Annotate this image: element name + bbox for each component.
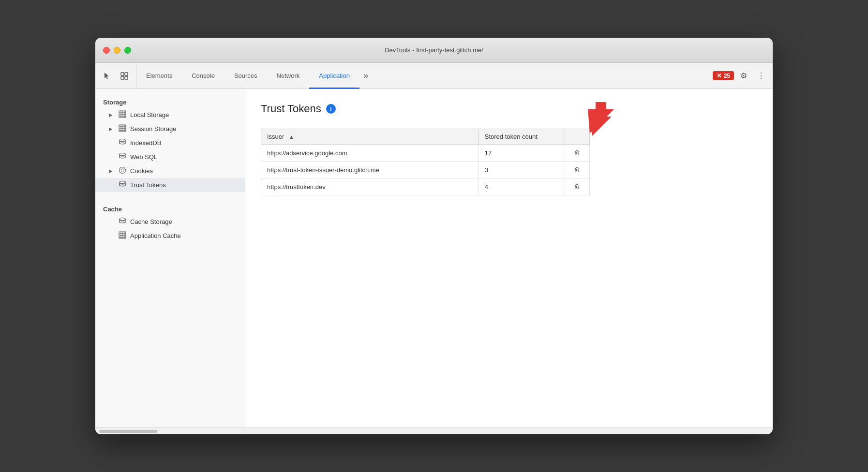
devtools-body: Storage ▶ Local Storage (95, 89, 773, 428)
spacer (95, 192, 245, 202)
count-cell-2: 3 (479, 162, 565, 178)
svg-point-30 (120, 181, 125, 184)
table-row: https://trust-token-issuer-demo.glitch.m… (261, 162, 590, 178)
svg-point-21 (120, 153, 125, 156)
sidebar-scrollbar-area (95, 428, 245, 434)
tab-icon-group (95, 63, 136, 88)
more-button[interactable]: ⋮ (753, 68, 769, 84)
svg-point-25 (121, 169, 122, 170)
cache-storage-icon (119, 217, 126, 226)
svg-point-28 (123, 171, 124, 172)
info-icon-button[interactable]: i (326, 104, 336, 114)
main-bottom-area (245, 428, 773, 434)
col-header-issuer[interactable]: Issuer ▲ (261, 129, 479, 145)
maximize-button[interactable] (124, 47, 131, 54)
delete-button-2[interactable] (571, 165, 584, 174)
delete-button-3[interactable] (571, 182, 584, 191)
sidebar-scrollbar-thumb[interactable] (99, 430, 157, 433)
panel-title-row: Trust Tokens i (261, 103, 757, 115)
cache-section-title: Cache (95, 202, 245, 215)
svg-point-24 (120, 167, 126, 174)
ellipsis-icon: ⋮ (757, 71, 765, 80)
session-storage-label: Session Storage (130, 125, 237, 133)
error-x-icon: ✕ (717, 72, 722, 79)
table-row: https://trusttoken.dev 4 (261, 178, 590, 195)
cookies-label: Cookies (130, 167, 237, 175)
expand-arrow-icon: ▶ (109, 112, 115, 118)
devtools-window: DevTools - first-party-test.glitch.me/ E… (95, 38, 773, 434)
tab-overflow-button[interactable]: » (359, 63, 372, 88)
red-arrow-svg (585, 100, 629, 143)
action-cell-3 (565, 178, 589, 195)
web-sql-label: Web SQL (130, 153, 237, 161)
trash-icon (574, 149, 581, 156)
minimize-button[interactable] (114, 47, 120, 54)
col-header-count[interactable]: Stored token count (479, 129, 565, 145)
action-cell-2 (565, 162, 589, 178)
action-cell-1 (565, 145, 589, 162)
sidebar-item-indexeddb[interactable]: ▶ IndexedDB (95, 136, 245, 150)
trash-icon (574, 183, 581, 190)
devtools-tabs-bar: Elements Console Sources Network Applica… (95, 63, 773, 89)
window-bottom-bar (95, 428, 773, 434)
tabs-list: Elements Console Sources Network Applica… (136, 63, 709, 88)
tab-elements[interactable]: Elements (136, 63, 182, 89)
tab-sources[interactable]: Sources (224, 63, 267, 89)
application-cache-icon (119, 231, 126, 240)
inspect-icon (120, 72, 129, 80)
sidebar-item-web-sql[interactable]: ▶ Web SQL (95, 150, 245, 164)
sidebar-item-session-storage[interactable]: ▶ Session Storage (95, 122, 245, 136)
trust-tokens-label: Trust Tokens (130, 181, 237, 189)
settings-button[interactable]: ⚙ (736, 68, 751, 84)
tab-console[interactable]: Console (182, 63, 224, 89)
session-storage-icon (119, 124, 126, 133)
panel-title: Trust Tokens (261, 103, 321, 115)
tab-actions: ✕ 25 ⚙ ⋮ (709, 63, 773, 88)
issuer-cell-3: https://trusttoken.dev (261, 178, 479, 195)
svg-point-33 (120, 218, 125, 221)
delete-button-1[interactable] (571, 148, 584, 157)
close-button[interactable] (103, 47, 110, 54)
error-count: 25 (724, 73, 730, 79)
trust-tokens-table: Issuer ▲ Stored token count https://adse… (261, 129, 590, 195)
svg-rect-2 (121, 76, 124, 79)
tab-network[interactable]: Network (267, 63, 310, 89)
cursor-icon-button[interactable] (99, 68, 115, 84)
svg-rect-1 (125, 73, 128, 75)
svg-point-29 (124, 169, 125, 170)
svg-rect-3 (125, 76, 128, 79)
sidebar-item-cache-storage[interactable]: ▶ Cache Storage (95, 215, 245, 229)
tab-application[interactable]: Application (309, 63, 359, 89)
local-storage-label: Local Storage (130, 111, 237, 118)
expand-arrow-icon: ▶ (109, 126, 115, 132)
title-bar: DevTools - first-party-test.glitch.me/ (95, 38, 773, 63)
local-storage-icon (119, 110, 126, 119)
issuer-cell-1: https://adservice.google.com (261, 145, 479, 162)
traffic-lights (103, 47, 131, 54)
expand-arrow-icon: ▶ (109, 168, 115, 174)
sidebar: Storage ▶ Local Storage (95, 89, 245, 428)
cache-storage-label: Cache Storage (130, 218, 237, 225)
storage-section-title: Storage (95, 95, 245, 108)
sidebar-item-application-cache[interactable]: ▶ Application Cache (95, 229, 245, 243)
trust-tokens-icon (119, 180, 126, 190)
cookies-icon (119, 166, 126, 176)
sidebar-item-local-storage[interactable]: ▶ Local Storage (95, 108, 245, 122)
sort-arrow-icon: ▲ (289, 134, 294, 140)
trash-icon (574, 166, 581, 173)
red-arrow-annotation (585, 100, 629, 145)
svg-rect-0 (121, 73, 124, 75)
table-row: https://adservice.google.com 17 (261, 145, 590, 162)
sidebar-item-cookies[interactable]: ▶ Cookies (95, 164, 245, 178)
main-panel: Trust Tokens i Issuer ▲ Stored (245, 89, 773, 428)
window-title: DevTools - first-party-test.glitch.me/ (385, 46, 483, 54)
gear-icon: ⚙ (740, 71, 747, 80)
web-sql-icon (119, 152, 126, 162)
error-badge[interactable]: ✕ 25 (713, 71, 734, 80)
svg-point-18 (120, 139, 125, 142)
svg-point-26 (122, 168, 123, 169)
issuer-cell-2: https://trust-token-issuer-demo.glitch.m… (261, 162, 479, 178)
count-cell-1: 17 (479, 145, 565, 162)
inspect-icon-button[interactable] (117, 68, 132, 84)
sidebar-item-trust-tokens[interactable]: ▶ Trust Tokens (95, 178, 245, 192)
